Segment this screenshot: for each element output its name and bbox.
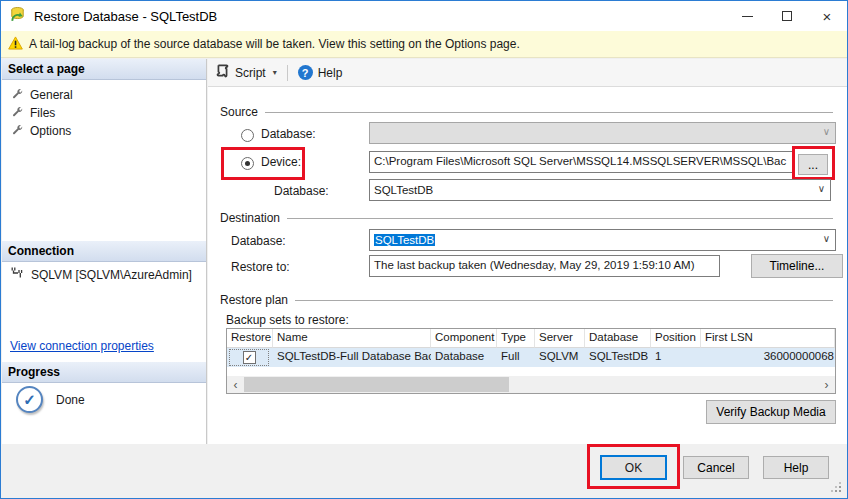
chevron-down-icon[interactable]: ∨ bbox=[818, 183, 825, 194]
minimize-icon bbox=[742, 16, 753, 17]
column-header-type[interactable]: Type bbox=[497, 329, 535, 348]
restore-checkbox[interactable]: ✓ bbox=[243, 351, 256, 364]
ok-button[interactable]: OK bbox=[600, 455, 667, 480]
title-bar[interactable]: Restore Database - SQLTestDB × bbox=[1, 1, 847, 31]
source-database-radio[interactable] bbox=[241, 129, 254, 142]
column-header-position[interactable]: Position bbox=[651, 329, 701, 348]
column-header-name[interactable]: Name bbox=[273, 329, 431, 348]
destination-database-combobox[interactable]: SQLTestDB ∨ bbox=[369, 229, 836, 251]
restore-database-icon bbox=[9, 6, 26, 26]
destination-database-label: Database: bbox=[231, 234, 286, 248]
warning-text: A tail-log backup of the source database… bbox=[29, 37, 520, 51]
sidebar-item-label: General bbox=[30, 88, 73, 102]
cell-position: 1 bbox=[651, 348, 701, 367]
help-button[interactable]: Help bbox=[763, 456, 829, 479]
column-header-restore[interactable]: Restore bbox=[227, 329, 273, 348]
destination-database-value: SQLTestDB bbox=[374, 234, 435, 246]
select-a-page-header: Select a page bbox=[2, 59, 206, 80]
cell-component: Database bbox=[431, 348, 497, 367]
wrench-icon bbox=[12, 106, 23, 120]
sidebar-item-general[interactable]: General bbox=[12, 86, 73, 104]
close-button[interactable]: × bbox=[807, 1, 847, 31]
cell-server: SQLVM bbox=[535, 348, 585, 367]
scroll-right-icon[interactable]: › bbox=[818, 376, 835, 393]
chevron-down-icon[interactable]: ∨ bbox=[823, 233, 830, 244]
restore-to-input[interactable]: The last backup taken (Wednesday, May 29… bbox=[369, 255, 720, 277]
source-device-radio[interactable] bbox=[241, 157, 254, 170]
view-connection-properties-link[interactable]: View connection properties bbox=[10, 339, 154, 353]
table-header-row: Restore Name Component Type Server Datab… bbox=[227, 329, 835, 348]
restore-checkbox-focus: ✓ bbox=[229, 349, 269, 366]
source-group-title: Source bbox=[220, 105, 258, 119]
column-header-first-lsn[interactable]: First LSN bbox=[701, 329, 835, 348]
destination-group-title: Destination bbox=[220, 211, 280, 225]
progress-header: Progress bbox=[2, 362, 206, 383]
window-title: Restore Database - SQLTestDB bbox=[34, 9, 217, 24]
device-path-input[interactable]: C:\Program Files\Microsoft SQL Server\MS… bbox=[369, 151, 793, 173]
column-header-server[interactable]: Server bbox=[535, 329, 585, 348]
tail-log-warning-banner: A tail-log backup of the source database… bbox=[1, 31, 847, 58]
source-database-value-combobox[interactable]: SQLTestDB ∨ bbox=[369, 179, 831, 201]
source-database-combobox: ∨ bbox=[369, 122, 836, 144]
sidebar: Select a page General Files Options Conn… bbox=[2, 59, 207, 444]
help-icon: ? bbox=[298, 65, 313, 80]
column-header-database[interactable]: Database bbox=[585, 329, 651, 348]
chevron-down-icon: ∨ bbox=[823, 126, 830, 137]
cell-first-lsn: 36000000068 bbox=[701, 348, 835, 367]
script-button[interactable]: Script bbox=[235, 66, 266, 80]
restore-to-label: Restore to: bbox=[231, 260, 290, 274]
source-database-radio-label[interactable]: Database: bbox=[261, 127, 316, 141]
wrench-icon bbox=[12, 124, 23, 138]
minimize-button[interactable] bbox=[727, 1, 767, 31]
divider bbox=[265, 112, 833, 113]
source-database-label: Database: bbox=[274, 184, 329, 198]
connection-server: SQLVM [SQLVM\AzureAdmin] bbox=[10, 266, 192, 283]
source-device-radio-label[interactable]: Device: bbox=[261, 155, 301, 169]
sidebar-item-files[interactable]: Files bbox=[12, 104, 73, 122]
done-check-icon: ✓ bbox=[16, 386, 43, 413]
restore-database-dialog: Restore Database - SQLTestDB × A tail-lo… bbox=[1, 1, 847, 498]
backup-sets-label: Backup sets to restore: bbox=[226, 313, 349, 327]
sidebar-item-options[interactable]: Options bbox=[12, 122, 73, 140]
main-panel: Script ▾ ? Help Source Database: ∨ Devic… bbox=[208, 59, 847, 444]
cell-database: SQLTestDB bbox=[585, 348, 651, 367]
progress-status-label: Done bbox=[56, 393, 85, 407]
sidebar-item-label: Options bbox=[30, 124, 71, 138]
help-button[interactable]: Help bbox=[318, 66, 343, 80]
cancel-button[interactable]: Cancel bbox=[683, 456, 749, 479]
script-icon bbox=[215, 64, 230, 82]
sidebar-item-label: Files bbox=[30, 106, 55, 120]
verify-backup-media-button[interactable]: Verify Backup Media bbox=[706, 400, 836, 424]
resize-grip[interactable] bbox=[839, 490, 841, 492]
maximize-button[interactable] bbox=[767, 1, 807, 31]
connection-header: Connection bbox=[2, 241, 206, 262]
browse-button[interactable]: ... bbox=[798, 154, 828, 175]
close-icon: × bbox=[823, 9, 832, 24]
scrollbar-thumb[interactable] bbox=[244, 377, 509, 392]
restore-plan-group-title: Restore plan bbox=[220, 293, 288, 307]
toolbar-separator bbox=[287, 65, 288, 81]
progress-status: ✓ Done bbox=[16, 386, 85, 413]
cell-name: SQLTestDB-Full Database Backup bbox=[273, 348, 431, 367]
toolbar: Script ▾ ? Help bbox=[208, 59, 847, 87]
horizontal-scrollbar[interactable]: ‹ › bbox=[227, 376, 835, 393]
connection-server-label: SQLVM [SQLVM\AzureAdmin] bbox=[31, 268, 192, 282]
backup-sets-table: Restore Name Component Type Server Datab… bbox=[226, 328, 836, 394]
source-database-value: SQLTestDB bbox=[374, 184, 433, 196]
warning-icon bbox=[8, 36, 23, 53]
script-dropdown-arrow[interactable]: ▾ bbox=[273, 68, 277, 77]
table-row[interactable]: ✓ SQLTestDB-Full Database Backup Databas… bbox=[227, 348, 835, 367]
maximize-icon bbox=[782, 11, 792, 21]
divider bbox=[295, 300, 833, 301]
cell-type: Full bbox=[497, 348, 535, 367]
column-header-component[interactable]: Component bbox=[431, 329, 497, 348]
scroll-left-icon[interactable]: ‹ bbox=[227, 376, 244, 393]
connection-icon bbox=[10, 266, 24, 283]
divider bbox=[287, 218, 833, 219]
wrench-icon bbox=[12, 88, 23, 102]
timeline-button[interactable]: Timeline... bbox=[751, 254, 843, 278]
